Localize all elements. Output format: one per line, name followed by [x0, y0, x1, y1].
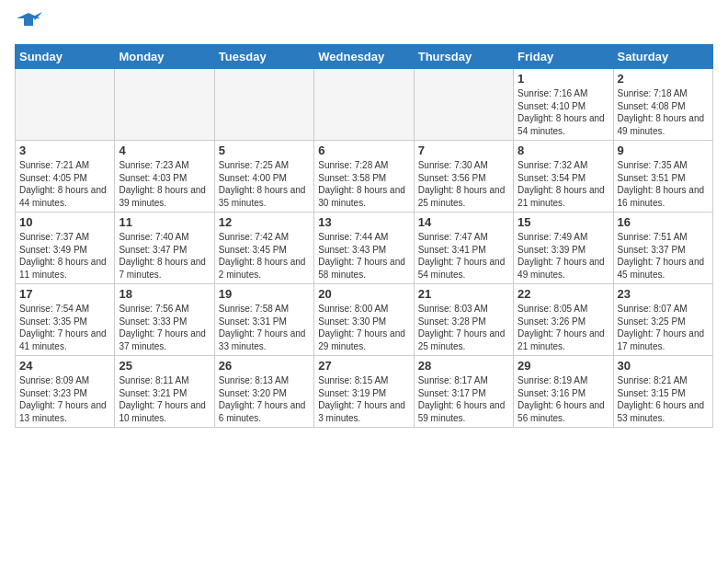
day-number: 25 [119, 359, 210, 373]
header-thursday: Thursday [414, 45, 513, 69]
calendar-cell: 18Sunrise: 7:56 AMSunset: 3:33 PMDayligh… [115, 284, 214, 356]
day-info: Sunrise: 7:51 AMSunset: 3:37 PMDaylight:… [618, 231, 709, 281]
day-info: Sunrise: 7:54 AMSunset: 3:35 PMDaylight:… [19, 303, 110, 352]
day-number: 10 [19, 215, 110, 229]
calendar-cell: 16Sunrise: 7:51 AMSunset: 3:37 PMDayligh… [613, 213, 712, 284]
calendar-cell: 3Sunrise: 7:21 AMSunset: 4:05 PMDaylight… [16, 141, 115, 213]
day-info: Sunrise: 7:28 AMSunset: 3:58 PMDaylight:… [318, 159, 409, 209]
day-info: Sunrise: 7:44 AMSunset: 3:43 PMDaylight:… [318, 231, 409, 281]
day-info: Sunrise: 7:47 AMSunset: 3:41 PMDaylight:… [418, 231, 509, 281]
calendar-week-2: 3Sunrise: 7:21 AMSunset: 4:05 PMDaylight… [16, 141, 713, 213]
day-info: Sunrise: 7:21 AMSunset: 4:05 PMDaylight:… [19, 159, 110, 209]
calendar-cell [414, 69, 513, 141]
day-info: Sunrise: 8:03 AMSunset: 3:28 PMDaylight:… [418, 303, 509, 352]
day-number: 9 [618, 144, 709, 157]
day-number: 30 [618, 359, 709, 373]
day-number: 21 [418, 287, 509, 301]
calendar-cell: 9Sunrise: 7:35 AMSunset: 3:51 PMDaylight… [613, 141, 712, 213]
day-number: 23 [618, 287, 709, 301]
calendar-table: SundayMondayTuesdayWednesdayThursdayFrid… [15, 44, 713, 428]
calendar-week-5: 24Sunrise: 8:09 AMSunset: 3:23 PMDayligh… [16, 356, 713, 428]
day-number: 6 [318, 144, 409, 157]
calendar-cell: 4Sunrise: 7:23 AMSunset: 4:03 PMDaylight… [115, 141, 214, 213]
day-number: 17 [19, 287, 110, 301]
calendar-week-4: 17Sunrise: 7:54 AMSunset: 3:35 PMDayligh… [16, 284, 713, 356]
day-info: Sunrise: 8:19 AMSunset: 3:16 PMDaylight:… [518, 374, 609, 424]
day-number: 16 [618, 215, 709, 229]
day-number: 13 [318, 215, 409, 229]
day-info: Sunrise: 8:15 AMSunset: 3:19 PMDaylight:… [318, 374, 409, 424]
calendar-cell: 10Sunrise: 7:37 AMSunset: 3:49 PMDayligh… [16, 213, 115, 284]
calendar-cell: 22Sunrise: 8:05 AMSunset: 3:26 PMDayligh… [514, 284, 613, 356]
calendar-cell: 5Sunrise: 7:25 AMSunset: 4:00 PMDaylight… [214, 141, 313, 213]
day-number: 15 [518, 215, 609, 229]
day-info: Sunrise: 7:58 AMSunset: 3:31 PMDaylight:… [219, 303, 310, 352]
calendar-cell: 11Sunrise: 7:40 AMSunset: 3:47 PMDayligh… [115, 213, 214, 284]
calendar-cell: 23Sunrise: 8:07 AMSunset: 3:25 PMDayligh… [613, 284, 712, 356]
calendar-cell: 25Sunrise: 8:11 AMSunset: 3:21 PMDayligh… [115, 356, 214, 428]
header-tuesday: Tuesday [214, 45, 313, 69]
day-number: 1 [518, 72, 609, 86]
calendar-cell [115, 69, 214, 141]
day-number: 20 [318, 287, 409, 301]
header [15, 9, 713, 39]
day-number: 7 [418, 144, 509, 157]
day-info: Sunrise: 8:11 AMSunset: 3:21 PMDaylight:… [119, 374, 210, 424]
day-number: 14 [418, 215, 509, 229]
day-info: Sunrise: 8:07 AMSunset: 3:25 PMDaylight:… [618, 303, 709, 352]
day-number: 3 [19, 144, 110, 157]
day-info: Sunrise: 8:13 AMSunset: 3:20 PMDaylight:… [219, 374, 310, 424]
day-info: Sunrise: 8:09 AMSunset: 3:23 PMDaylight:… [19, 374, 110, 424]
day-number: 22 [518, 287, 609, 301]
day-info: Sunrise: 8:00 AMSunset: 3:30 PMDaylight:… [318, 303, 409, 352]
logo [15, 9, 44, 39]
day-info: Sunrise: 7:32 AMSunset: 3:54 PMDaylight:… [518, 159, 609, 209]
day-info: Sunrise: 8:21 AMSunset: 3:15 PMDaylight:… [618, 374, 709, 424]
day-info: Sunrise: 8:05 AMSunset: 3:26 PMDaylight:… [518, 303, 609, 352]
calendar-week-3: 10Sunrise: 7:37 AMSunset: 3:49 PMDayligh… [16, 213, 713, 284]
day-number: 28 [418, 359, 509, 373]
day-number: 29 [518, 359, 609, 373]
day-info: Sunrise: 7:37 AMSunset: 3:49 PMDaylight:… [19, 231, 110, 281]
calendar-cell: 8Sunrise: 7:32 AMSunset: 3:54 PMDaylight… [514, 141, 613, 213]
calendar-cell: 29Sunrise: 8:19 AMSunset: 3:16 PMDayligh… [514, 356, 613, 428]
day-info: Sunrise: 7:40 AMSunset: 3:47 PMDaylight:… [119, 231, 210, 281]
day-info: Sunrise: 7:23 AMSunset: 4:03 PMDaylight:… [119, 159, 210, 209]
calendar-cell: 13Sunrise: 7:44 AMSunset: 3:43 PMDayligh… [314, 213, 414, 284]
day-number: 18 [119, 287, 210, 301]
logo-icon [15, 9, 42, 35]
day-number: 11 [119, 215, 210, 229]
day-info: Sunrise: 7:30 AMSunset: 3:56 PMDaylight:… [418, 159, 509, 209]
header-sunday: Sunday [16, 45, 115, 69]
day-number: 19 [219, 287, 310, 301]
calendar-cell: 7Sunrise: 7:30 AMSunset: 3:56 PMDaylight… [414, 141, 513, 213]
calendar-cell [16, 69, 115, 141]
day-info: Sunrise: 7:18 AMSunset: 4:08 PMDaylight:… [618, 87, 709, 137]
day-info: Sunrise: 7:25 AMSunset: 4:00 PMDaylight:… [219, 159, 310, 209]
page: SundayMondayTuesdayWednesdayThursdayFrid… [0, 0, 728, 437]
calendar-cell [314, 69, 414, 141]
calendar-cell: 12Sunrise: 7:42 AMSunset: 3:45 PMDayligh… [214, 213, 313, 284]
header-wednesday: Wednesday [314, 45, 414, 69]
calendar-week-1: 1Sunrise: 7:16 AMSunset: 4:10 PMDaylight… [16, 69, 713, 141]
header-monday: Monday [115, 45, 214, 69]
calendar-cell: 26Sunrise: 8:13 AMSunset: 3:20 PMDayligh… [214, 356, 313, 428]
day-info: Sunrise: 7:16 AMSunset: 4:10 PMDaylight:… [518, 87, 609, 137]
calendar-header-row: SundayMondayTuesdayWednesdayThursdayFrid… [16, 45, 713, 69]
header-friday: Friday [514, 45, 613, 69]
calendar-cell: 24Sunrise: 8:09 AMSunset: 3:23 PMDayligh… [16, 356, 115, 428]
day-number: 2 [618, 72, 709, 86]
calendar-cell: 19Sunrise: 7:58 AMSunset: 3:31 PMDayligh… [214, 284, 313, 356]
calendar-cell: 20Sunrise: 8:00 AMSunset: 3:30 PMDayligh… [314, 284, 414, 356]
calendar-cell [214, 69, 313, 141]
day-number: 12 [219, 215, 310, 229]
day-info: Sunrise: 7:42 AMSunset: 3:45 PMDaylight:… [219, 231, 310, 281]
calendar-cell: 27Sunrise: 8:15 AMSunset: 3:19 PMDayligh… [314, 356, 414, 428]
day-info: Sunrise: 8:17 AMSunset: 3:17 PMDaylight:… [418, 374, 509, 424]
calendar-cell: 14Sunrise: 7:47 AMSunset: 3:41 PMDayligh… [414, 213, 513, 284]
calendar-cell: 21Sunrise: 8:03 AMSunset: 3:28 PMDayligh… [414, 284, 513, 356]
calendar-cell: 1Sunrise: 7:16 AMSunset: 4:10 PMDaylight… [514, 69, 613, 141]
calendar-cell: 2Sunrise: 7:18 AMSunset: 4:08 PMDaylight… [613, 69, 712, 141]
header-saturday: Saturday [613, 45, 712, 69]
day-number: 27 [318, 359, 409, 373]
